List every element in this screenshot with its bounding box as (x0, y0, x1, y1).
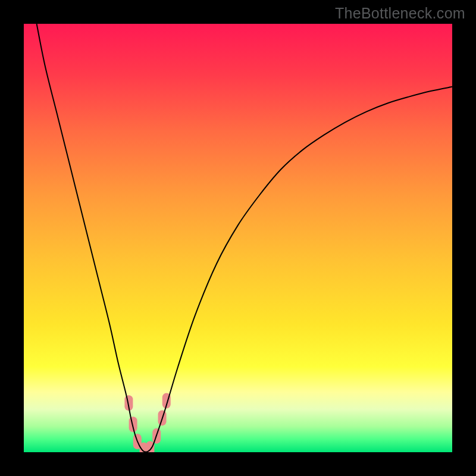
plot-area (24, 24, 452, 452)
highlight-marker (146, 441, 154, 452)
chart-svg (24, 24, 452, 452)
highlight-marker (129, 416, 137, 432)
chart-frame: TheBottleneck.com (0, 0, 476, 476)
watermark-text: TheBottleneck.com (335, 5, 465, 22)
